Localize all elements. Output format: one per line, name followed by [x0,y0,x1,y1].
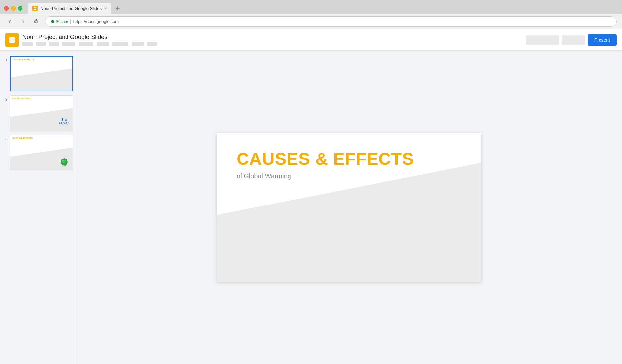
slide-canvas-content: CAUSES & EFFECTS of Global Warming [217,133,481,282]
main-editing-area[interactable]: CAUSES & EFFECTS of Global Warming [76,51,622,364]
svg-rect-4 [116,8,120,9]
new-tab-button[interactable] [112,3,123,14]
slide-thumb-wrapper-2: 2 POLAR ICE CAPS [3,95,73,131]
tab-favicon [32,6,38,11]
tab-title: Noun Project and Google Slides [40,6,102,11]
menu-format[interactable] [79,42,93,46]
slide-subtitle[interactable]: of Global Warming [237,172,462,180]
address-bar: Secure | https://docs.google.com [0,14,622,29]
slide-number-2: 2 [3,97,7,101]
maximize-traffic-light[interactable] [18,6,22,11]
slide-number-1: 1 [3,58,7,62]
secure-badge: Secure [51,19,68,24]
share-btn[interactable] [562,35,585,45]
slides-app: Noun Project and Google Slides Present [0,29,622,364]
slide-thumb-1[interactable]: CAUSES & EFFECTS [10,56,73,91]
traffic-lights [4,6,22,11]
back-button[interactable] [5,17,15,26]
slides-content: 1 CAUSES & EFFECTS 2 POLAR ICE CAPS [0,51,622,364]
slides-logo [5,33,19,47]
slide-thumb-2[interactable]: POLAR ICE CAPS [10,95,73,131]
svg-point-9 [62,118,63,120]
slide-thumb-3-icon [58,154,69,167]
forward-button[interactable] [19,17,28,26]
menu-view[interactable] [49,42,59,46]
tab-close-button[interactable]: × [104,6,107,11]
url-divider: | [70,19,71,24]
url-text: https://docs.google.com [73,19,119,24]
menu-slide[interactable] [97,42,109,46]
menu-tools[interactable] [132,42,144,46]
svg-rect-8 [10,41,13,41]
menu-file[interactable] [22,42,33,46]
menu-bar [22,42,522,46]
comments-btn[interactable] [526,35,559,45]
url-bar[interactable]: Secure | https://docs.google.com [45,16,617,27]
slides-header: Noun Project and Google Slides Present [0,29,622,51]
slide-thumb-wrapper-1: 1 CAUSES & EFFECTS [3,56,73,91]
slide-thumb-2-icon [58,115,69,128]
svg-point-12 [62,160,64,161]
slides-title[interactable]: Noun Project and Google Slides [22,34,522,41]
slide-main-title[interactable]: CAUSES & EFFECTS [237,150,462,168]
present-button[interactable]: Present [588,34,617,46]
browser-chrome: Noun Project and Google Slides × Secure … [0,0,622,29]
slides-title-area: Noun Project and Google Slides [22,34,522,46]
close-traffic-light[interactable] [4,6,9,11]
menu-arrange[interactable] [112,42,128,46]
slide-thumb-3[interactable]: OVERALL EFFECTS [10,135,73,170]
svg-rect-1 [34,8,36,8]
menu-help[interactable] [147,42,157,46]
svg-rect-6 [10,39,14,39]
toolbar-right: Present [526,34,617,46]
slide-number-3: 3 [3,137,7,141]
menu-insert[interactable] [62,42,75,46]
menu-edit[interactable] [36,42,46,46]
slide-thumb-wrapper-3: 3 OVERALL EFFECTS [3,135,73,170]
slide-thumb-3-label: OVERALL EFFECTS [12,137,33,139]
slide-canvas: CAUSES & EFFECTS of Global Warming [217,133,481,282]
browser-tab[interactable]: Noun Project and Google Slides × [28,3,111,14]
slide-thumb-1-label: CAUSES & EFFECTS [13,58,34,60]
minimize-traffic-light[interactable] [11,6,16,11]
tab-bar: Noun Project and Google Slides × [0,0,622,14]
refresh-button[interactable] [32,17,41,26]
svg-rect-2 [34,8,36,9]
slide-thumb-1-diagonal [11,68,72,91]
slides-panel: 1 CAUSES & EFFECTS 2 POLAR ICE CAPS [0,51,76,364]
slide-thumb-2-label: POLAR ICE CAPS [12,97,30,99]
svg-rect-7 [10,40,14,40]
